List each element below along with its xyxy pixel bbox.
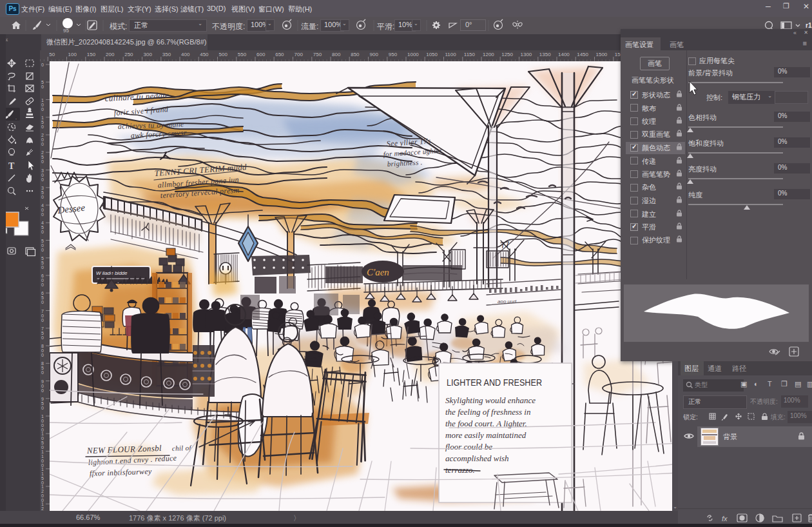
svg-text:5: 5 — [41, 190, 44, 195]
svg-text:0: 0 — [41, 283, 44, 287]
svg-text:2: 2 — [41, 133, 44, 137]
svg-text:800: 800 — [332, 52, 341, 57]
svg-text:8: 8 — [41, 361, 44, 366]
svg-text:3: 3 — [41, 186, 44, 190]
svg-text:T: T — [8, 161, 15, 171]
svg-text:0: 0 — [41, 248, 44, 252]
svg-text:8: 8 — [41, 344, 44, 348]
svg-text:900: 900 — [370, 52, 379, 57]
svg-text:1: 1 — [41, 472, 44, 476]
svg-text:.: . — [15, 115, 17, 120]
svg-text:850: 850 — [351, 52, 360, 57]
svg-text:5: 5 — [41, 120, 44, 124]
svg-text:3: 3 — [41, 168, 44, 173]
svg-text:1: 1 — [41, 502, 44, 506]
svg-text:1200: 1200 — [483, 52, 494, 57]
svg-text:5: 5 — [41, 295, 44, 300]
svg-text:0: 0 — [41, 142, 44, 146]
svg-text:2: 2 — [41, 506, 44, 511]
svg-text:0: 0 — [41, 388, 44, 393]
svg-text:450: 450 — [200, 52, 209, 57]
svg-text:0: 0 — [41, 348, 44, 353]
svg-text:accomplished wish: accomplished wish — [445, 453, 509, 463]
svg-text:0: 0 — [41, 195, 44, 199]
svg-text:0: 0 — [41, 265, 44, 270]
svg-text:0: 0 — [41, 436, 44, 441]
svg-text:0: 0 — [41, 459, 44, 463]
svg-text:350: 350 — [162, 52, 171, 57]
svg-text:1000: 1000 — [407, 52, 419, 57]
svg-text:700: 700 — [295, 52, 304, 57]
svg-text:550: 550 — [238, 52, 247, 57]
svg-text:0: 0 — [41, 406, 44, 410]
svg-text:1: 1 — [41, 115, 44, 120]
svg-text:0: 0 — [41, 208, 44, 212]
svg-text:1400: 1400 — [558, 52, 570, 57]
svg-text:0: 0 — [41, 137, 44, 142]
svg-text:500: 500 — [219, 52, 228, 57]
svg-text:5: 5 — [41, 366, 44, 370]
svg-text:9: 9 — [41, 397, 44, 401]
svg-text:4: 4 — [41, 203, 44, 208]
svg-text:1: 1 — [41, 454, 44, 459]
svg-text:0: 0 — [41, 243, 44, 248]
svg-text:1050: 1050 — [426, 52, 438, 57]
svg-text:750: 750 — [313, 52, 322, 57]
svg-text:5: 5 — [41, 476, 44, 481]
svg-text:0: 0 — [41, 300, 44, 304]
svg-text:0: 0 — [41, 335, 44, 340]
svg-text:1: 1 — [41, 98, 44, 103]
svg-text:0: 0 — [41, 124, 44, 129]
svg-text:0: 0 — [41, 318, 44, 323]
svg-text:400: 400 — [181, 52, 190, 57]
svg-text:150: 150 — [87, 52, 96, 57]
svg-text:0: 0 — [41, 423, 44, 428]
svg-text:0: 0 — [41, 173, 44, 177]
svg-text:r1: r1 — [806, 22, 812, 29]
svg-text:1: 1 — [41, 432, 44, 436]
svg-text:1100: 1100 — [445, 52, 457, 57]
svg-text:0: 0 — [41, 107, 44, 112]
svg-text:9: 9 — [41, 379, 44, 384]
svg-text:0: 0 — [41, 177, 44, 182]
svg-text:1: 1 — [41, 484, 44, 489]
svg-text:0: 0 — [41, 212, 44, 217]
svg-text:aoo uud: aoo uud — [498, 299, 516, 304]
svg-text:6: 6 — [41, 291, 44, 295]
svg-text:LIGHTER AND FRESHER: LIGHTER AND FRESHER — [447, 377, 542, 388]
svg-text:1300: 1300 — [521, 52, 532, 57]
svg-text:0: 0 — [41, 85, 44, 89]
svg-text:100: 100 — [68, 52, 77, 57]
svg-text:1350: 1350 — [539, 52, 551, 57]
svg-text:5: 5 — [41, 401, 44, 406]
svg-text:1250: 1250 — [501, 52, 513, 57]
svg-text:5: 5 — [41, 331, 44, 335]
svg-text:0: 0 — [41, 384, 44, 388]
svg-text:250: 250 — [124, 52, 133, 57]
svg-text:1150: 1150 — [464, 52, 476, 57]
svg-text:600: 600 — [256, 52, 266, 57]
svg-text:5: 5 — [41, 256, 44, 261]
svg-text:5: 5 — [41, 155, 44, 159]
svg-text:0: 0 — [41, 419, 44, 423]
svg-text:0: 0 — [41, 159, 44, 164]
svg-text:0: 0 — [41, 370, 44, 375]
svg-text:1500: 1500 — [596, 52, 608, 57]
svg-text:0: 0 — [41, 493, 44, 498]
svg-text:95: 95 — [63, 28, 69, 34]
svg-text:the feeling of freshness in: the feeling of freshness in — [445, 407, 530, 417]
svg-text:0: 0 — [41, 63, 44, 67]
svg-text:1: 1 — [41, 467, 44, 472]
svg-text:1: 1 — [41, 450, 44, 454]
svg-text:7: 7 — [41, 326, 44, 331]
svg-text:0: 0 — [41, 313, 44, 318]
svg-text:fx: fx — [722, 515, 728, 522]
svg-text:5: 5 — [41, 441, 44, 445]
svg-text:1450: 1450 — [577, 52, 588, 57]
svg-text:0: 0 — [41, 103, 44, 107]
svg-text:0: 0 — [41, 353, 44, 357]
svg-text:200: 200 — [106, 52, 115, 57]
svg-text:50: 50 — [49, 52, 55, 57]
svg-text:7: 7 — [41, 309, 44, 313]
svg-text:2: 2 — [41, 150, 44, 155]
